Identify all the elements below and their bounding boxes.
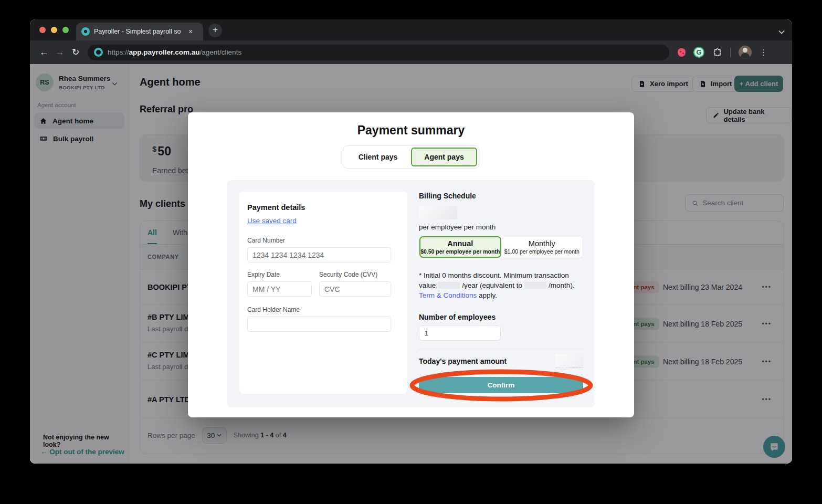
traffic-light-close[interactable] [39, 27, 46, 33]
extension-icon[interactable] [678, 48, 686, 57]
browser-tab[interactable]: Payroller - Simplest payroll so × [76, 23, 203, 40]
url-text: https://app.payroller.com.au/agent/clien… [108, 48, 241, 56]
terms-note: * Initial 0 months discount. Minimum tra… [419, 270, 583, 300]
modal-body-panel: Payment details Use saved card Card Numb… [227, 180, 595, 407]
modal-title: Payment summary [188, 112, 634, 138]
tab-close-icon[interactable]: × [188, 28, 193, 35]
toolbar-right-cluster: G ⋮ [678, 46, 767, 59]
billing-column: Billing Schedule per employee per month … [419, 192, 583, 393]
billing-frequency-toggle: Annual $0.50 per employee per month Mont… [419, 236, 583, 258]
redacted-price-box [419, 206, 457, 219]
annual-label: Annual [447, 239, 473, 248]
card-number-label: Card Number [247, 237, 399, 244]
address-bar[interactable]: https://app.payroller.com.au/agent/clien… [88, 45, 669, 60]
per-employee-text: per employee per month [419, 223, 583, 231]
browser-tab-strip: Payroller - Simplest payroll so × + [30, 19, 792, 40]
confirm-button[interactable]: Confirm [419, 377, 583, 393]
extensions-puzzle-icon[interactable] [712, 47, 722, 57]
payer-toggle: Client pays Agent pays [343, 145, 479, 169]
payroller-favicon-icon [81, 27, 90, 36]
redacted-value [438, 282, 460, 289]
cvv-input[interactable] [319, 281, 391, 297]
screenshot-canvas: Payroller - Simplest payroll so × + ← → … [0, 0, 822, 504]
employees-input[interactable] [419, 326, 501, 341]
traffic-light-minimize[interactable] [51, 27, 57, 33]
reload-button[interactable]: ↻ [68, 47, 83, 58]
toolbar-divider [730, 48, 731, 57]
billing-schedule-heading: Billing Schedule [419, 192, 583, 200]
tab-search-chevron-icon[interactable] [778, 27, 785, 36]
monthly-option[interactable]: Monthly $1.00 per employee per month [501, 236, 583, 258]
redacted-payment-amount [556, 354, 583, 368]
forward-button[interactable]: → [52, 47, 68, 58]
cvv-label: Security Code (CVV) [319, 271, 391, 278]
browser-toolbar: ← → ↻ https://app.payroller.com.au/agent… [30, 40, 792, 64]
card-holder-input[interactable] [247, 317, 391, 332]
site-logo-icon [94, 48, 103, 57]
profile-avatar[interactable] [739, 46, 752, 59]
expiry-input[interactable] [247, 281, 312, 297]
browser-menu-icon[interactable]: ⋮ [760, 48, 767, 57]
payment-details-card: Payment details Use saved card Card Numb… [239, 192, 407, 394]
expiry-label: Expiry Date [247, 271, 312, 278]
payment-details-heading: Payment details [247, 203, 399, 212]
browser-window: Payroller - Simplest payroll so × + ← → … [30, 19, 792, 464]
new-tab-button[interactable]: + [208, 24, 222, 37]
monthly-label: Monthly [529, 239, 555, 248]
monthly-price: $1.00 per employee per month [504, 248, 579, 255]
redacted-value [524, 282, 546, 289]
employees-label: Number of employees [419, 313, 583, 321]
traffic-light-zoom[interactable] [62, 27, 69, 33]
back-button[interactable]: ← [36, 47, 52, 58]
tab-title: Payroller - Simplest payroll so [94, 28, 184, 35]
card-holder-label: Card Holder Name [247, 306, 399, 313]
annual-price: $0.50 per employee per month [420, 248, 500, 255]
card-number-input[interactable] [247, 247, 391, 262]
page-content: RS Rhea Summers BOOKIPI PTY LTD Agent ac… [30, 64, 792, 464]
annual-option[interactable]: Annual $0.50 per employee per month [419, 236, 501, 258]
payment-summary-modal: Payment summary Client pays Agent pays P… [188, 112, 634, 417]
use-saved-card-link[interactable]: Use saved card [247, 217, 297, 225]
payment-amount-label: Today's payment amount [419, 357, 507, 365]
terms-conditions-link[interactable]: Term & Conditions [419, 291, 477, 299]
grammarly-icon[interactable]: G [693, 47, 704, 58]
agent-pays-option[interactable]: Agent pays [411, 148, 477, 166]
client-pays-option[interactable]: Client pays [345, 148, 411, 166]
divider [419, 349, 583, 349]
